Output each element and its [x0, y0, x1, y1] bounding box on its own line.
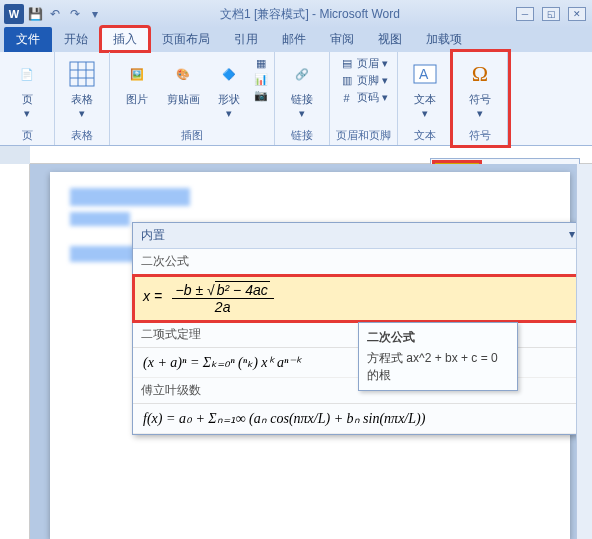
ribbon: 📄 页▾ 页 表格▾ 表格 🖼️ 图片 🎨 剪贴画 🔷	[0, 52, 592, 146]
header-icon: ▤	[340, 57, 354, 71]
group-tables: 表格▾ 表格	[55, 52, 110, 145]
pagenum-button[interactable]: #页码 ▾	[340, 90, 388, 105]
omega-icon: Ω	[464, 58, 496, 90]
page-icon: 📄	[11, 58, 43, 90]
picture-button[interactable]: 🖼️ 图片	[116, 56, 158, 109]
quick-access-toolbar: W 💾 ↶ ↷ ▾	[0, 4, 104, 24]
shapes-icon: 🔷	[213, 58, 245, 90]
smartart-icon: ▦	[254, 56, 268, 70]
equation-preview: x = −b ± √b² − 4ac 2a	[143, 289, 274, 304]
svg-rect-0	[70, 62, 94, 86]
window-title: 文档1 [兼容模式] - Microsoft Word	[104, 6, 516, 23]
tab-home[interactable]: 开始	[52, 27, 100, 52]
footer-icon: ▥	[340, 74, 354, 88]
group-headerfooter: ▤页眉 ▾ ▥页脚 ▾ #页码 ▾ 页眉和页脚	[330, 52, 398, 145]
vertical-scrollbar[interactable]	[576, 164, 592, 539]
minimize-button[interactable]: ─	[516, 7, 534, 21]
undo-icon[interactable]: ↶	[46, 5, 64, 23]
footer-button[interactable]: ▥页脚 ▾	[340, 73, 388, 88]
equation-preview: (x + a)ⁿ = Σₖ₌₀ⁿ (ⁿₖ) xᵏ aⁿ⁻ᵏ	[143, 355, 301, 370]
pagenum-icon: #	[340, 91, 354, 105]
shapes-button[interactable]: 🔷 形状▾	[208, 56, 250, 122]
chevron-down-icon[interactable]: ▾	[569, 227, 575, 244]
tab-view[interactable]: 视图	[366, 27, 414, 52]
gallery-item-fourier[interactable]: f(x) = a₀ + Σₙ₌₁∞ (aₙ cos(nπx/L) + bₙ si…	[133, 404, 583, 434]
clipart-button[interactable]: 🎨 剪贴画	[162, 56, 204, 109]
group-pages: 📄 页▾ 页	[0, 52, 55, 145]
window-controls: ─ ◱ ✕	[516, 7, 592, 21]
save-icon[interactable]: 💾	[26, 5, 44, 23]
chevron-down-icon: ▾	[477, 107, 483, 120]
group-symbols: Ω 符号▾ 符号	[453, 52, 508, 145]
group-text: A 文本▾ 文本	[398, 52, 453, 145]
tooltip-title: 二次公式	[367, 329, 509, 346]
header-button[interactable]: ▤页眉 ▾	[340, 56, 388, 71]
tab-review[interactable]: 审阅	[318, 27, 366, 52]
close-button[interactable]: ✕	[568, 7, 586, 21]
tab-references[interactable]: 引用	[222, 27, 270, 52]
tab-mailings[interactable]: 邮件	[270, 27, 318, 52]
link-icon: 🔗	[286, 58, 318, 90]
group-illustrations: 🖼️ 图片 🎨 剪贴画 🔷 形状▾ ▦ 📊 📷 插图	[110, 52, 275, 145]
vertical-ruler[interactable]	[0, 164, 30, 539]
pages-button[interactable]: 📄 页▾	[6, 56, 48, 122]
links-button[interactable]: 🔗 链接▾	[281, 56, 323, 122]
chart-button[interactable]: 📊	[254, 72, 268, 86]
svg-text:A: A	[419, 66, 429, 82]
table-icon	[66, 58, 98, 90]
tooltip-description: 方程式 ax^2 + bx + c = 0 的根	[367, 350, 509, 384]
tab-file[interactable]: 文件	[4, 27, 52, 52]
text-placeholder	[70, 188, 190, 206]
tab-insert[interactable]: 插入	[100, 26, 150, 52]
chevron-down-icon: ▾	[79, 107, 85, 120]
equation-preview: f(x) = a₀ + Σₙ₌₁∞ (aₙ cos(nπx/L) + bₙ si…	[143, 411, 425, 426]
equation-tooltip: 二次公式 方程式 ax^2 + bx + c = 0 的根	[358, 322, 518, 391]
chevron-down-icon: ▾	[24, 107, 30, 120]
title-bar: W 💾 ↶ ↷ ▾ 文档1 [兼容模式] - Microsoft Word ─ …	[0, 0, 592, 28]
illustrations-more: ▦ 📊 📷	[254, 56, 268, 102]
redo-icon[interactable]: ↷	[66, 5, 84, 23]
table-button[interactable]: 表格▾	[61, 56, 103, 122]
textbox-button[interactable]: A 文本▾	[404, 56, 446, 122]
chart-icon: 📊	[254, 72, 268, 86]
chevron-down-icon: ▾	[299, 107, 305, 120]
qat-dropdown-icon[interactable]: ▾	[86, 5, 104, 23]
ribbon-tabs: 文件 开始 插入 页面布局 引用 邮件 审阅 视图 加载项	[0, 28, 592, 52]
gallery-category-quadratic: 二次公式	[133, 249, 583, 275]
smartart-button[interactable]: ▦	[254, 56, 268, 70]
gallery-item-quadratic[interactable]: x = −b ± √b² − 4ac 2a	[133, 275, 583, 322]
screenshot-icon: 📷	[254, 88, 268, 102]
tab-addins[interactable]: 加载项	[414, 27, 474, 52]
text-placeholder	[70, 212, 130, 226]
word-icon: W	[4, 4, 24, 24]
chevron-down-icon: ▾	[226, 107, 232, 120]
restore-button[interactable]: ◱	[542, 7, 560, 21]
clipart-icon: 🎨	[167, 58, 199, 90]
chevron-down-icon: ▾	[422, 107, 428, 120]
gallery-header: 内置 ▾	[133, 223, 583, 249]
screenshot-button[interactable]: 📷	[254, 88, 268, 102]
group-links: 🔗 链接▾ 链接	[275, 52, 330, 145]
symbol-button[interactable]: Ω 符号▾	[459, 56, 501, 122]
picture-icon: 🖼️	[121, 58, 153, 90]
textbox-icon: A	[409, 58, 441, 90]
tab-layout[interactable]: 页面布局	[150, 27, 222, 52]
